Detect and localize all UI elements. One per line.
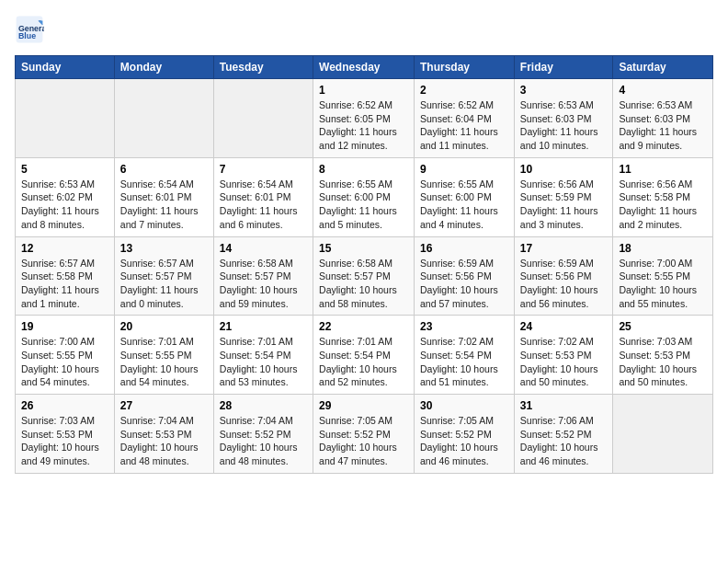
day-number: 10 [520,163,608,176]
day-info: Sunrise: 7:04 AMSunset: 5:53 PMDaylight:… [120,414,208,468]
svg-text:Blue: Blue [18,31,36,40]
calendar-cell: 24Sunrise: 7:02 AMSunset: 5:53 PMDayligh… [514,316,613,395]
header-saturday: Saturday [613,56,713,79]
calendar-cell: 17Sunrise: 6:59 AMSunset: 5:56 PMDayligh… [514,236,613,316]
day-info: Sunrise: 6:58 AMSunset: 5:57 PMDaylight:… [319,257,408,311]
day-number: 19 [21,320,108,333]
day-info: Sunrise: 7:05 AMSunset: 5:52 PMDaylight:… [420,414,508,468]
day-number: 16 [420,242,508,255]
header-thursday: Thursday [415,56,515,79]
calendar-cell: 8Sunrise: 6:55 AMSunset: 6:00 PMDaylight… [313,157,415,236]
week-row-1: 1Sunrise: 6:52 AMSunset: 6:05 PMDaylight… [16,79,713,158]
calendar-cell: 19Sunrise: 7:00 AMSunset: 5:55 PMDayligh… [16,316,115,395]
calendar-cell: 9Sunrise: 6:55 AMSunset: 6:00 PMDaylight… [415,157,515,236]
day-number: 23 [420,320,508,333]
day-info: Sunrise: 6:54 AMSunset: 6:01 PMDaylight:… [220,178,307,232]
calendar-cell: 5Sunrise: 6:53 AMSunset: 6:02 PMDaylight… [16,157,115,236]
day-info: Sunrise: 7:03 AMSunset: 5:53 PMDaylight:… [21,414,108,468]
day-number: 22 [319,320,408,333]
day-number: 12 [21,242,108,255]
calendar-cell: 13Sunrise: 6:57 AMSunset: 5:57 PMDayligh… [114,236,213,316]
calendar-cell: 27Sunrise: 7:04 AMSunset: 5:53 PMDayligh… [114,395,213,474]
calendar-cell [16,79,115,158]
day-info: Sunrise: 7:05 AMSunset: 5:52 PMDaylight:… [319,414,408,468]
day-info: Sunrise: 6:52 AMSunset: 6:05 PMDaylight:… [319,98,408,153]
calendar-cell: 23Sunrise: 7:02 AMSunset: 5:54 PMDayligh… [415,316,515,395]
calendar-cell: 20Sunrise: 7:01 AMSunset: 5:55 PMDayligh… [114,316,213,395]
calendar-cell: 15Sunrise: 6:58 AMSunset: 5:57 PMDayligh… [313,236,415,316]
calendar-cell: 11Sunrise: 6:56 AMSunset: 5:58 PMDayligh… [613,157,713,236]
calendar-cell [613,395,713,474]
day-number: 24 [520,320,608,333]
day-info: Sunrise: 6:54 AMSunset: 6:01 PMDaylight:… [120,178,208,232]
day-info: Sunrise: 7:04 AMSunset: 5:52 PMDaylight:… [220,414,307,468]
day-info: Sunrise: 6:59 AMSunset: 5:56 PMDaylight:… [520,257,608,311]
week-row-4: 19Sunrise: 7:00 AMSunset: 5:55 PMDayligh… [16,316,713,395]
day-number: 25 [619,320,707,333]
day-info: Sunrise: 6:55 AMSunset: 6:00 PMDaylight:… [319,178,408,232]
logo-icon: General Blue [15,15,44,44]
day-number: 29 [319,399,408,412]
logo: General Blue [15,15,48,44]
day-info: Sunrise: 7:00 AMSunset: 5:55 PMDaylight:… [21,335,108,389]
day-number: 30 [420,399,508,412]
day-number: 31 [520,399,608,412]
day-info: Sunrise: 6:53 AMSunset: 6:03 PMDaylight:… [520,98,608,153]
day-info: Sunrise: 6:57 AMSunset: 5:58 PMDaylight:… [21,257,108,311]
day-info: Sunrise: 6:53 AMSunset: 6:03 PMDaylight:… [619,98,707,153]
day-number: 27 [120,399,208,412]
day-info: Sunrise: 6:57 AMSunset: 5:57 PMDaylight:… [120,257,208,311]
day-number: 17 [520,242,608,255]
day-number: 1 [319,84,408,97]
calendar-cell: 10Sunrise: 6:56 AMSunset: 5:59 PMDayligh… [514,157,613,236]
calendar-cell [114,79,213,158]
calendar-cell: 3Sunrise: 6:53 AMSunset: 6:03 PMDaylight… [514,79,613,158]
day-info: Sunrise: 7:02 AMSunset: 5:53 PMDaylight:… [520,335,608,389]
calendar-cell: 7Sunrise: 6:54 AMSunset: 6:01 PMDaylight… [213,157,313,236]
header-friday: Friday [514,56,613,79]
day-number: 13 [120,242,208,255]
page-header: General Blue [15,15,713,44]
day-info: Sunrise: 7:02 AMSunset: 5:54 PMDaylight:… [420,335,508,389]
day-number: 3 [520,84,608,97]
day-number: 20 [120,320,208,333]
header-sunday: Sunday [16,56,115,79]
day-number: 15 [319,242,408,255]
day-info: Sunrise: 7:03 AMSunset: 5:53 PMDaylight:… [619,335,707,389]
calendar-cell: 29Sunrise: 7:05 AMSunset: 5:52 PMDayligh… [313,395,415,474]
calendar-cell: 28Sunrise: 7:04 AMSunset: 5:52 PMDayligh… [213,395,313,474]
calendar-cell: 26Sunrise: 7:03 AMSunset: 5:53 PMDayligh… [16,395,115,474]
week-row-3: 12Sunrise: 6:57 AMSunset: 5:58 PMDayligh… [16,236,713,316]
day-number: 8 [319,163,408,176]
day-info: Sunrise: 6:56 AMSunset: 5:58 PMDaylight:… [619,178,707,232]
day-number: 6 [120,163,208,176]
calendar-cell: 6Sunrise: 6:54 AMSunset: 6:01 PMDaylight… [114,157,213,236]
day-number: 4 [619,84,707,97]
calendar-cell: 16Sunrise: 6:59 AMSunset: 5:56 PMDayligh… [415,236,515,316]
calendar-cell: 1Sunrise: 6:52 AMSunset: 6:05 PMDaylight… [313,79,415,158]
day-number: 2 [420,84,508,97]
day-number: 5 [21,163,108,176]
day-number: 14 [220,242,307,255]
day-info: Sunrise: 6:59 AMSunset: 5:56 PMDaylight:… [420,257,508,311]
calendar-cell: 31Sunrise: 7:06 AMSunset: 5:52 PMDayligh… [514,395,613,474]
day-info: Sunrise: 7:00 AMSunset: 5:55 PMDaylight:… [619,257,707,311]
calendar-cell: 22Sunrise: 7:01 AMSunset: 5:54 PMDayligh… [313,316,415,395]
day-number: 28 [220,399,307,412]
day-info: Sunrise: 7:01 AMSunset: 5:55 PMDaylight:… [120,335,208,389]
day-info: Sunrise: 6:58 AMSunset: 5:57 PMDaylight:… [220,257,307,311]
day-number: 11 [619,163,707,176]
day-info: Sunrise: 7:01 AMSunset: 5:54 PMDaylight:… [220,335,307,389]
calendar-cell: 4Sunrise: 6:53 AMSunset: 6:03 PMDaylight… [613,79,713,158]
day-info: Sunrise: 6:55 AMSunset: 6:00 PMDaylight:… [420,178,508,232]
calendar-cell: 12Sunrise: 6:57 AMSunset: 5:58 PMDayligh… [16,236,115,316]
day-number: 7 [220,163,307,176]
calendar-cell: 18Sunrise: 7:00 AMSunset: 5:55 PMDayligh… [613,236,713,316]
calendar-cell [213,79,313,158]
day-number: 9 [420,163,508,176]
day-info: Sunrise: 7:06 AMSunset: 5:52 PMDaylight:… [520,414,608,468]
day-info: Sunrise: 6:52 AMSunset: 6:04 PMDaylight:… [420,98,508,153]
week-row-2: 5Sunrise: 6:53 AMSunset: 6:02 PMDaylight… [16,157,713,236]
calendar-cell: 30Sunrise: 7:05 AMSunset: 5:52 PMDayligh… [415,395,515,474]
day-number: 18 [619,242,707,255]
